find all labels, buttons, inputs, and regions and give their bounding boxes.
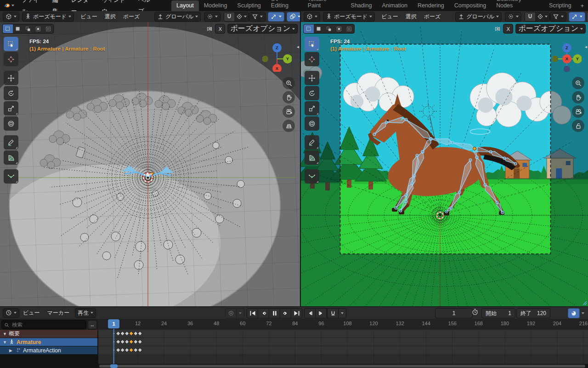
tab-texture-paint[interactable]: Texture Paint xyxy=(303,0,346,11)
tool-cursor[interactable] xyxy=(4,52,18,66)
timeline-marker-menu[interactable]: マーカー xyxy=(44,307,74,318)
nav-hand-button[interactable] xyxy=(283,91,295,104)
select-mode-intersect[interactable] xyxy=(43,24,53,33)
tab-scripting[interactable]: Scripting xyxy=(544,0,577,11)
tool-cursor[interactable] xyxy=(305,52,319,66)
editor-type-button[interactable] xyxy=(304,12,320,22)
nav-lock-button[interactable] xyxy=(572,120,584,132)
snap-settings-dropdown[interactable] xyxy=(234,12,249,21)
playback-menu[interactable]: 再生 xyxy=(75,308,96,318)
mode-dropdown[interactable]: ポーズモード xyxy=(323,12,375,22)
use-preview-range-toggle[interactable] xyxy=(471,308,479,316)
tool-annotate[interactable] xyxy=(305,135,319,150)
channel-action[interactable]: ▶ArmatureAction xyxy=(0,346,97,354)
tab-modeling[interactable]: Modeling xyxy=(199,0,232,11)
pause-button[interactable] xyxy=(269,309,280,318)
select-mode-extend[interactable] xyxy=(314,24,324,33)
collapse-icon[interactable]: ▼ xyxy=(3,332,7,336)
nav-grid-button[interactable] xyxy=(283,120,295,132)
editor-type-button[interactable] xyxy=(3,12,19,22)
add-workspace-button[interactable]: + xyxy=(577,1,588,11)
axis-gizmo[interactable]: ZYX xyxy=(262,42,292,72)
select-mode-subtract[interactable] xyxy=(23,24,33,33)
tool-measure[interactable] xyxy=(4,150,18,165)
pivot-point-dropdown[interactable] xyxy=(505,12,521,22)
pose-options-dropdown[interactable]: ポーズオプション xyxy=(515,24,586,34)
next-keyframe-button[interactable] xyxy=(280,309,291,318)
select-menu[interactable]: 選択 xyxy=(101,11,119,22)
tab-rendering[interactable]: Rendering xyxy=(413,0,449,11)
keyframe-area[interactable]: 1224364860728496108120132144156168180192… xyxy=(98,319,588,368)
frame-start-field[interactable]: 開始 1 xyxy=(481,308,515,318)
collapse-icon[interactable]: ▼ xyxy=(3,340,7,345)
mirror-x-toggle[interactable]: X xyxy=(215,24,225,34)
channel-armature[interactable]: ▼Armature xyxy=(0,338,97,346)
tab-uv-editing[interactable]: UV Editing xyxy=(266,0,303,11)
timeline-snap-toggle[interactable] xyxy=(328,309,338,318)
view-menu[interactable]: ビュー xyxy=(77,11,101,22)
tool-scale[interactable] xyxy=(305,101,319,115)
tab-sculpting[interactable]: Sculpting xyxy=(232,0,266,11)
tool-pose-breakdowner[interactable] xyxy=(4,169,18,184)
tool-select-box[interactable] xyxy=(4,37,18,51)
pose-menu[interactable]: ポーズ xyxy=(420,11,445,22)
timeline-view-menu[interactable]: ビュー xyxy=(19,307,44,318)
select-mode-set[interactable] xyxy=(304,24,314,33)
nav-camera-button[interactable] xyxy=(283,105,295,118)
tool-annotate[interactable] xyxy=(4,135,18,150)
overlays-dropdown[interactable] xyxy=(287,12,300,22)
search-input[interactable] xyxy=(11,322,84,328)
snap-toggle[interactable] xyxy=(525,12,535,21)
tool-measure[interactable] xyxy=(305,150,319,165)
blender-menu-button[interactable] xyxy=(0,0,18,11)
tool-transform[interactable] xyxy=(4,116,18,131)
select-mode-invert[interactable] xyxy=(334,24,344,33)
tool-scale[interactable] xyxy=(4,101,18,115)
nav-zoom-button[interactable] xyxy=(572,77,584,89)
frame-end-field[interactable]: 終了 120 xyxy=(516,308,550,318)
tool-rotate[interactable] xyxy=(4,86,18,100)
sidebar-toggle-arrow[interactable]: ◂ xyxy=(585,44,587,49)
select-menu[interactable]: 選択 xyxy=(402,11,420,22)
step-forward-button[interactable] xyxy=(316,309,326,318)
channel-summary[interactable]: ▼概要 xyxy=(0,330,97,338)
horizontal-scrollbar[interactable] xyxy=(99,365,585,368)
tab-shading[interactable]: Shading xyxy=(346,0,377,11)
pose-options-dropdown[interactable]: ポーズオプション xyxy=(227,24,298,34)
viewport-canvas-camera-view[interactable] xyxy=(301,22,588,306)
pose-menu[interactable]: ポーズ xyxy=(119,11,144,22)
current-frame-field[interactable]: 1 xyxy=(435,308,473,318)
tool-rotate[interactable] xyxy=(305,86,319,100)
select-mode-subtract[interactable] xyxy=(324,24,334,33)
expand-horizontal-button[interactable]: ↔ xyxy=(88,320,97,329)
tab-animation[interactable]: Animation xyxy=(377,0,413,11)
viewport-canvas-top-view[interactable] xyxy=(0,22,300,306)
transform-orientation-dropdown[interactable]: グローバル xyxy=(455,12,502,22)
step-back-button[interactable] xyxy=(305,309,315,318)
axis-gizmo[interactable]: ZYX xyxy=(552,42,582,72)
jump-end-button[interactable] xyxy=(291,309,302,318)
prev-keyframe-button[interactable] xyxy=(258,309,269,318)
channel-search[interactable] xyxy=(1,320,86,329)
snap-settings-dropdown[interactable] xyxy=(535,12,549,21)
nav-hand-button[interactable] xyxy=(572,91,584,104)
tool-move[interactable] xyxy=(305,71,319,85)
snap-toggle[interactable] xyxy=(224,12,234,21)
auto-keying-toggle[interactable] xyxy=(226,309,236,318)
visibility-filter-dropdown[interactable] xyxy=(249,12,266,22)
tool-transform[interactable] xyxy=(305,116,319,131)
snap-settings-dropdown[interactable] xyxy=(339,309,346,318)
nav-camera-button[interactable] xyxy=(572,105,584,118)
tab-layout[interactable]: Layout xyxy=(171,0,199,11)
tool-select-box[interactable] xyxy=(305,37,319,51)
mode-dropdown[interactable]: ポーズモード xyxy=(22,12,74,22)
mirror-x-toggle[interactable]: X xyxy=(503,24,513,34)
jump-start-button[interactable] xyxy=(247,309,258,318)
expand-icon[interactable]: ▶ xyxy=(9,348,13,353)
nav-zoom-button[interactable] xyxy=(283,77,295,89)
tool-pose-breakdowner[interactable] xyxy=(305,169,319,184)
select-mode-intersect[interactable] xyxy=(344,24,354,33)
editor-type-button[interactable] xyxy=(3,308,19,318)
tab-compositing[interactable]: Compositing xyxy=(449,0,491,11)
timeline-ruler[interactable]: 1224364860728496108120132144156168180192… xyxy=(98,319,588,329)
